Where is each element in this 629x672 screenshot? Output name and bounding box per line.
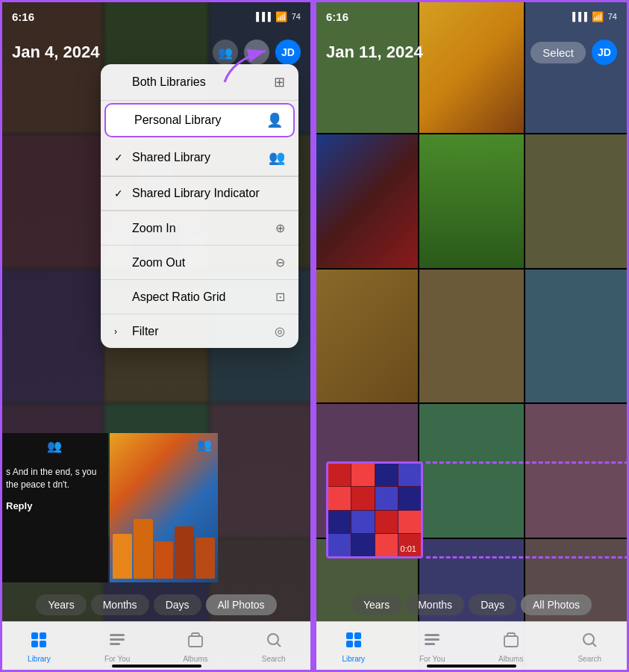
zoom-out-icon: ⊖ [275,255,285,270]
checkmark-shared: ✓ [114,152,126,164]
svg-rect-7 [110,643,120,645]
left-status-icons: ▐▐▐ 📶 74 [253,11,301,22]
menu-item-shared-library-indicator[interactable]: ✓ Shared Library Indicator [101,177,298,211]
menu-label-indicator: Shared Library Indicator [132,187,260,200]
svg-rect-13 [354,641,361,647]
battery-icon-right: 74 [608,12,617,21]
tab-years-left[interactable]: Years [36,594,86,615]
tab-years-right[interactable]: Years [351,594,401,615]
nav-label-library-right: Library [342,655,365,663]
shared-badge-msg: 👥 [47,439,62,453]
bg-cell-r [419,134,523,267]
svg-rect-15 [425,638,439,641]
menu-item-zoom-out[interactable]: Zoom Out ⊖ [101,246,298,280]
albums-nav-icon [187,631,204,653]
nav-label-foryou-left: For You [104,655,130,663]
shared-library-icon: 👥 [269,149,285,166]
tab-days-left[interactable]: Days [154,594,201,615]
right-status-bar: 6:16 ▐▐▐ 📶 74 [314,0,629,33]
filter-menu-icon: ◎ [275,324,285,338]
nav-foryou-left[interactable]: For You [95,631,140,663]
battery-icon: 74 [292,12,301,21]
menu-label-shared: Shared Library [132,151,210,164]
tab-months-right[interactable]: Months [406,594,464,615]
avatar-icon: JD [281,46,295,58]
buildings-photo: 👥 [110,433,218,582]
nav-library-right[interactable]: Library [331,631,376,663]
menu-item-shared-library[interactable]: ✓ Shared Library 👥 [101,140,298,176]
menu-label-both: Both Libraries [132,75,206,89]
menu-item-zoom-in[interactable]: Zoom In ⊕ [101,211,298,246]
left-date: Jan 4, 2024 [12,43,99,62]
personal-library-icon: 👤 [266,112,283,128]
left-phone-screen: 6:16 ▐▐▐ 📶 74 Jan 4, 2024 👥 ▼ JD [0,0,314,672]
message-text: s And in the end, s you the peace t dn't… [0,460,108,497]
right-phone-screen: 6:16 ▐▐▐ 📶 74 Jan 11, 2024 Select JD [314,0,629,672]
tab-allphotos-right[interactable]: All Photos [521,594,592,615]
left-time-tabs: Years Months Days All Photos [0,588,313,621]
right-background [314,0,629,672]
buildings-shared-icon: 👥 [197,438,212,452]
svg-rect-12 [346,641,353,647]
svg-rect-11 [354,632,361,639]
left-status-bar: 6:16 ▐▐▐ 📶 74 [0,0,313,33]
menu-label-aspect: Aspect Ratio Grid [132,290,225,304]
signal-icon-right: ▐▐▐ [569,12,586,21]
nav-label-albums-left: Albums [183,655,207,663]
bg-cell-r [525,134,629,267]
tab-days-right[interactable]: Days [469,594,516,615]
foryou-nav-icon-right [423,631,441,653]
menu-item-personal-library[interactable]: Personal Library 👤 [104,103,295,137]
right-photo-grid-bg [314,0,629,672]
right-status-icons: ▐▐▐ 📶 74 [569,11,617,22]
tab-months-left[interactable]: Months [91,594,149,615]
video-thumbnail[interactable]: 0:01 [326,461,423,559]
nav-label-search-left: Search [262,655,286,663]
right-time: 6:16 [326,10,348,23]
right-header: Jan 11, 2024 Select JD [314,33,629,72]
svg-rect-14 [425,634,439,636]
nav-label-library-left: Library [28,655,51,663]
profile-icon-btn-right[interactable]: JD [592,40,617,65]
left-time: 6:16 [12,10,34,23]
nav-search-left[interactable]: Search [251,631,296,663]
svg-rect-1 [31,632,38,639]
svg-rect-17 [504,636,518,647]
menu-label-filter: Filter [132,325,159,338]
library-nav-icon [30,631,48,653]
svg-point-9 [268,634,278,644]
nav-albums-left[interactable]: Albums [173,631,218,663]
nav-library-left[interactable]: Library [16,631,61,663]
svg-point-18 [583,634,594,644]
reply-button[interactable]: Reply [0,497,108,514]
wifi-icon-right: 📶 [592,11,604,22]
avatar-icon-right: JD [598,46,611,58]
bottom-content-area: 👥 s And in the end, s you the peace t dn… [0,448,313,582]
search-nav-icon-right [581,631,598,653]
nav-albums-right[interactable]: Albums [489,631,533,663]
svg-rect-10 [346,632,353,639]
menu-item-aspect-ratio[interactable]: Aspect Ratio Grid ⊡ [101,280,298,314]
arrow-right-icon: › [114,326,126,337]
video-duration: 0:01 [401,544,416,553]
menu-item-filter[interactable]: › Filter ◎ [101,314,298,348]
svg-rect-3 [31,641,38,647]
nav-foryou-right[interactable]: For You [410,631,454,663]
profile-icon-btn[interactable]: JD [275,40,301,65]
bg-cell [0,270,103,402]
nav-label-foryou-right: For You [419,655,445,663]
aspect-ratio-icon: ⊡ [275,290,285,304]
svg-rect-6 [110,638,125,641]
right-date: Jan 11, 2024 [326,43,423,62]
menu-label-zoom-in: Zoom In [132,222,176,235]
nav-label-albums-right: Albums [498,655,523,663]
bg-cell-r [314,134,418,267]
select-button[interactable]: Select [531,42,586,63]
tab-allphotos-left[interactable]: All Photos [206,594,277,615]
nav-search-right[interactable]: Search [567,631,612,663]
menu-label-zoom-out: Zoom Out [132,256,185,270]
svg-rect-4 [40,641,46,647]
right-header-actions: Select JD [531,40,617,65]
wifi-icon: 📶 [275,11,287,22]
foryou-nav-icon [108,631,126,653]
